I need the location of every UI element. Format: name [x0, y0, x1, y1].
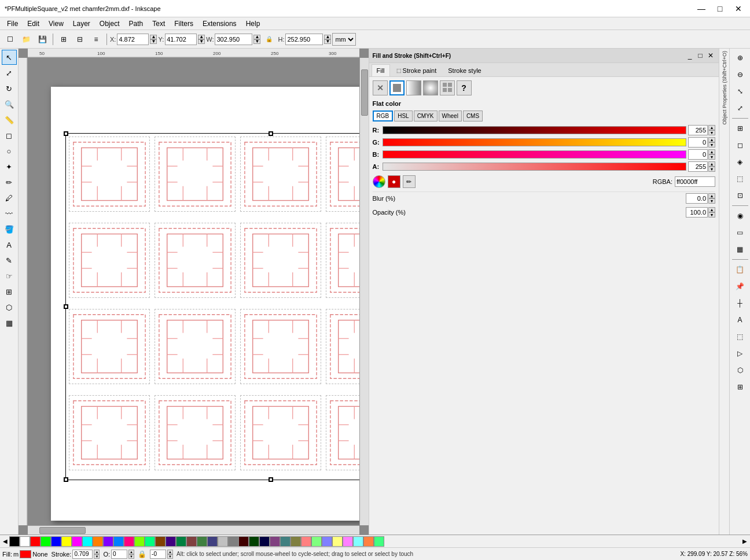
x-down[interactable]: ▼: [150, 39, 157, 44]
panel-close-button[interactable]: ✕: [706, 51, 715, 60]
r-value-input[interactable]: [688, 125, 708, 135]
canvas-inner[interactable]: [28, 58, 359, 525]
snap-bbox-edge-button[interactable]: ⬚: [732, 171, 748, 187]
menu-item-layer[interactable]: Layer: [68, 19, 95, 29]
palette-swatch[interactable]: [166, 536, 176, 547]
palette-swatch[interactable]: [134, 536, 145, 547]
handle-bc[interactable]: [269, 477, 273, 482]
rgb-mode-button[interactable]: RGB: [373, 110, 394, 121]
mesh-tool[interactable]: ▦: [2, 315, 17, 330]
menu-item-file[interactable]: File: [2, 19, 23, 29]
hsl-mode-button[interactable]: HSL: [394, 110, 412, 121]
handle-tc[interactable]: [269, 131, 273, 136]
text-tool[interactable]: A: [2, 237, 17, 252]
w-down[interactable]: ▼: [253, 39, 260, 44]
opacity-up-button[interactable]: ▲: [708, 207, 715, 212]
shape-cell[interactable]: [69, 395, 150, 470]
palette-swatch[interactable]: [61, 536, 72, 547]
palette-swatch[interactable]: [30, 536, 41, 547]
r-up-button[interactable]: ▲: [708, 125, 715, 130]
a-slider-track[interactable]: [383, 163, 687, 171]
h-down[interactable]: ▼: [324, 39, 331, 44]
unknown-paint-button[interactable]: ?: [457, 80, 472, 95]
stroke-up-button[interactable]: ▲: [94, 550, 100, 554]
snap-grids-button[interactable]: ▦: [732, 241, 748, 257]
opacity-status-down[interactable]: ▼: [128, 554, 134, 559]
color-dropper-button[interactable]: ●: [388, 175, 400, 188]
palette-swatch[interactable]: [311, 536, 322, 547]
shape-cell[interactable]: [240, 137, 321, 212]
palette-swatch[interactable]: [374, 536, 384, 547]
stroke-down-button[interactable]: ▼: [94, 554, 100, 559]
color-wheel-button[interactable]: [373, 175, 385, 188]
tab-stroke-paint[interactable]: ⬚Stroke paint: [391, 64, 442, 76]
palette-swatch[interactable]: [186, 536, 197, 547]
eyedropper-button[interactable]: ✏: [403, 175, 416, 188]
paint-bucket-tool[interactable]: 🪣: [2, 222, 17, 237]
rotation-up[interactable]: ▲: [167, 550, 173, 554]
zoom-tool[interactable]: 🔍: [2, 97, 17, 112]
g-slider-track[interactable]: [383, 138, 687, 146]
palette-swatch[interactable]: [270, 536, 280, 547]
palette-swatch[interactable]: [20, 536, 30, 547]
palette-swatch[interactable]: [259, 536, 270, 547]
calligraphy-tool[interactable]: 〰: [2, 206, 17, 221]
x-input[interactable]: [117, 34, 149, 45]
palette-swatch[interactable]: [363, 536, 374, 547]
copy-style-button[interactable]: 📋: [732, 261, 748, 278]
xml-button[interactable]: ▷: [732, 345, 748, 362]
menu-item-text[interactable]: Text: [148, 19, 170, 29]
shape-cell[interactable]: [326, 395, 359, 470]
opacity-input[interactable]: [686, 207, 708, 218]
a-down-button[interactable]: ▼: [708, 167, 715, 172]
snap-mid-button[interactable]: ⊡: [732, 187, 748, 204]
fill-color-swatch[interactable]: [20, 550, 31, 558]
rgba-input[interactable]: [675, 176, 715, 187]
save-button[interactable]: 💾: [35, 32, 50, 47]
paste-style-button[interactable]: 📌: [732, 278, 748, 294]
pencil-tool[interactable]: ✏: [2, 175, 17, 190]
palette-swatch[interactable]: [218, 536, 228, 547]
menu-item-extensions[interactable]: Extensions: [198, 19, 241, 29]
blur-down-button[interactable]: ▼: [708, 198, 715, 204]
r-down-button[interactable]: ▼: [708, 130, 715, 135]
palette-swatch[interactable]: [82, 536, 93, 547]
shape-cell[interactable]: [240, 309, 321, 384]
b-up-button[interactable]: ▲: [708, 149, 715, 154]
palette-swatch[interactable]: [322, 536, 332, 547]
b-down-button[interactable]: ▼: [708, 154, 715, 160]
b-slider-track[interactable]: [383, 150, 687, 159]
menu-item-object[interactable]: Object: [95, 19, 124, 29]
menu-item-filters[interactable]: Filters: [170, 19, 198, 29]
r-slider-track[interactable]: [383, 126, 687, 134]
snap-object-button[interactable]: ◉: [732, 208, 748, 224]
menu-item-path[interactable]: Path: [124, 19, 148, 29]
shape-cell[interactable]: [155, 137, 236, 212]
star-tool[interactable]: ✦: [2, 159, 17, 174]
opacity-status-up[interactable]: ▲: [128, 550, 134, 554]
scrollbar-thumb-vertical[interactable]: [361, 69, 368, 116]
palette-swatch[interactable]: [343, 536, 353, 547]
wheel-mode-button[interactable]: Wheel: [439, 110, 462, 121]
opacity-status-input[interactable]: [111, 550, 127, 559]
snap-nodes-button[interactable]: ◈: [732, 154, 748, 170]
y-down[interactable]: ▼: [198, 39, 205, 44]
palette-swatch[interactable]: [51, 536, 61, 547]
shape-cell[interactable]: [69, 137, 150, 212]
tweak-tool[interactable]: ↻: [2, 81, 17, 96]
minimize-button[interactable]: —: [694, 3, 708, 14]
menu-item-edit[interactable]: Edit: [23, 19, 44, 29]
connector-tool[interactable]: ⊞: [2, 284, 17, 299]
pattern-button[interactable]: [440, 80, 455, 95]
new-button[interactable]: ☐: [2, 32, 17, 47]
g-up-button[interactable]: ▲: [708, 137, 715, 142]
handle-bl[interactable]: [64, 477, 68, 482]
palette-swatch[interactable]: [113, 536, 124, 547]
rect-tool[interactable]: ◻: [2, 128, 17, 143]
palette-swatch[interactable]: [301, 536, 311, 547]
no-paint-button[interactable]: ✕: [373, 80, 388, 95]
shape-cell[interactable]: [326, 137, 359, 212]
snap-bbox-button[interactable]: ◻: [732, 137, 748, 153]
scrollbar-thumb-horizontal[interactable]: [39, 527, 86, 534]
menu-item-help[interactable]: Help: [241, 19, 265, 29]
